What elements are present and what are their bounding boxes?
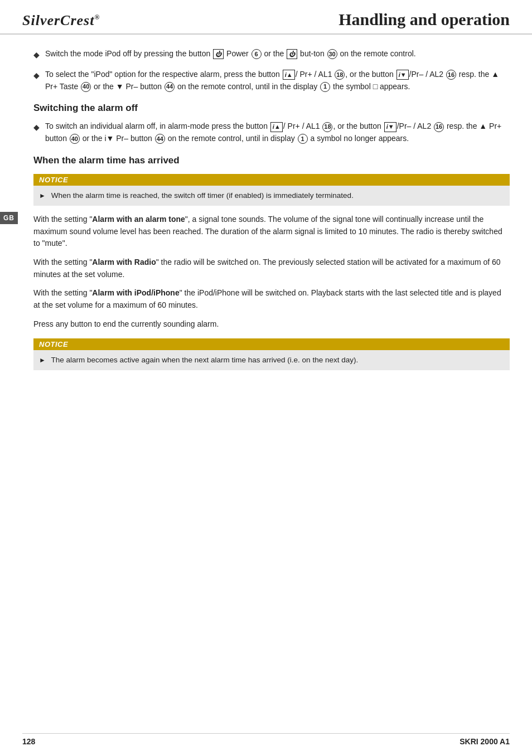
bold-alarm-ipod: Alarm with iPod/iPhone (92, 288, 179, 297)
circled-44: 44 (165, 82, 175, 92)
paragraph-4: Press any button to end the currently so… (33, 318, 510, 331)
power-icon: ⏻ (213, 49, 224, 59)
circled-40b: 40 (70, 134, 80, 144)
iv-icon-2: i▼ (384, 122, 396, 132)
notice-label-1: NOTICE (39, 176, 68, 184)
language-label: GB (0, 212, 18, 224)
circled-40: 40 (81, 82, 91, 92)
circled-18: 18 (335, 70, 345, 80)
notice-header-1: NOTICE (33, 174, 510, 186)
notice-text-2: The alarm becomes active again when the … (51, 356, 358, 364)
circled-44b: 44 (155, 134, 165, 144)
circled-1b: 1 (298, 134, 308, 144)
model-number: SKRI 2000 A1 (460, 737, 510, 746)
brand-logo: SilverCrest® (22, 12, 100, 29)
brand-sup: ® (94, 13, 100, 21)
notice-text-1: When the alarm time is reached, the swit… (51, 191, 354, 200)
brand-name: SilverCrest (22, 12, 94, 28)
paragraph-1: With the setting "Alarm with an alarm to… (33, 214, 510, 250)
alarm-time-heading: When the alarm time has arrived (33, 155, 510, 166)
power-icon-2: ⏻ (287, 49, 297, 59)
circled-16: 16 (446, 70, 456, 80)
intro-bullets: ◆ Switch the mode iPod off by pressing t… (33, 48, 510, 93)
circled-18b: 18 (322, 122, 332, 132)
notice-body-1: ► When the alarm time is reached, the sw… (33, 186, 510, 206)
list-item: ◆ To switch an individual alarm off, in … (33, 120, 510, 144)
circled-6: 6 (252, 49, 262, 59)
ia-icon: i▲ (283, 70, 295, 80)
bullet-diamond: ◆ (33, 49, 40, 61)
bullet-diamond-2: ◆ (33, 70, 40, 81)
circled-30: 30 (327, 49, 337, 59)
notice-box-1: NOTICE ► When the alarm time is reached,… (33, 174, 510, 206)
notice-label-2: NOTICE (39, 340, 68, 348)
page-header: SilverCrest® Handling and operation (0, 0, 532, 35)
page-number: 128 (22, 737, 35, 746)
bold-alarm-radio: Alarm with Radio (92, 258, 156, 266)
ia-icon-2: i▲ (270, 122, 283, 132)
iv-icon: i▼ (396, 70, 409, 80)
paragraph-2: With the setting "Alarm with Radio" the … (33, 256, 510, 280)
page-title: Handling and operation (338, 10, 510, 29)
notice-box-2: NOTICE ► The alarm becomes active again … (33, 338, 510, 370)
main-content: ◆ Switch the mode iPod off by pressing t… (0, 48, 532, 370)
circled-1: 1 (320, 82, 330, 92)
bold-alarm-tone: Alarm with an alarm tone (92, 215, 185, 224)
switching-bullets: ◆ To switch an individual alarm off, in … (33, 120, 510, 144)
notice-arrow-2: ► (39, 355, 46, 365)
bullet-text-2: To select the "iPod" option for the resp… (45, 69, 510, 93)
list-item: ◆ Switch the mode iPod off by pressing t… (33, 48, 510, 61)
notice-header-2: NOTICE (33, 338, 510, 350)
notice-arrow-1: ► (39, 191, 46, 201)
circled-16b: 16 (434, 122, 444, 132)
notice-body-2: ► The alarm becomes active again when th… (33, 350, 510, 370)
bullet-diamond-3: ◆ (33, 122, 40, 133)
bullet-text-3: To switch an individual alarm off, in al… (45, 120, 510, 144)
page-footer: 128 SKRI 2000 A1 (22, 733, 510, 746)
list-item: ◆ To select the "iPod" option for the re… (33, 69, 510, 93)
bullet-text-1: Switch the mode iPod off by pressing the… (45, 48, 510, 60)
switching-alarm-heading: Switching the alarm off (33, 103, 510, 114)
paragraph-3: With the setting "Alarm with iPod/iPhone… (33, 287, 510, 311)
